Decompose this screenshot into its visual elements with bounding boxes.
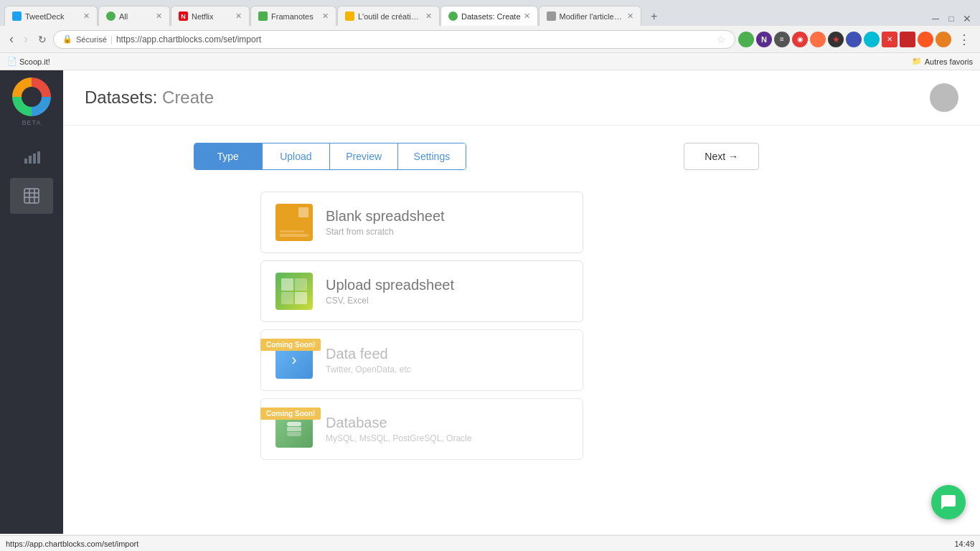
wizard-top-row: Type Upload Preview Settings Next → [85,143,759,170]
tab-preview[interactable]: Preview [330,143,398,169]
tab-close-icon[interactable]: ✕ [235,11,242,21]
tab-datasets[interactable]: Datasets: Create ✕ [440,6,538,26]
tab-loutil[interactable]: L'outil de création d... ✕ [337,6,440,26]
maximize-button[interactable]: □ [944,11,958,26]
svg-rect-4 [24,189,39,203]
page-icon: 📄 [7,57,17,66]
sidebar-item-charts[interactable] [10,139,53,175]
more-menu-button[interactable]: ⋮ [954,30,974,49]
secure-label: Sécurisé [76,35,107,44]
svg-rect-3 [37,151,40,164]
tab-close-icon[interactable]: ✕ [627,11,633,21]
tab-netflix[interactable]: N Netflix ✕ [171,6,250,26]
user-avatar[interactable] [930,83,958,112]
wizard-area: Type Upload Preview Settings Next → [63,126,781,477]
main-content: Datasets: Create Type Upload Preview [63,70,980,534]
tab-type[interactable]: Type [194,143,263,169]
tab-close-icon[interactable]: ✕ [425,11,432,21]
page-title-prefix: Datasets: [85,88,162,107]
ext-icon-1[interactable] [738,32,754,47]
option-upload-spreadsheet[interactable]: Upload spreadsheet CSV, Excel [260,260,583,322]
ext-icon-5[interactable] [810,32,826,47]
ext-icon-9[interactable]: ✕ [882,32,897,47]
ext-icon-11[interactable] [918,32,933,47]
tab-framanotes[interactable]: Framanotes ✕ [250,6,336,26]
option-blank-spreadsheet[interactable]: Blank spreadsheet Start from scratch [260,192,583,253]
status-url: https://app.chartblocks.com/set/import [6,540,138,548]
tab-title: TweetDeck [25,12,80,21]
next-button[interactable]: Next → [684,143,759,170]
page-title: Datasets: Create [85,88,214,108]
tab-upload[interactable]: Upload [263,143,331,169]
svg-rect-0 [24,159,27,164]
tab-title: Modifier l'article « L... [560,12,624,21]
upload-spreadsheet-icon [275,273,313,310]
option-text: Data feed Twitter, OpenData, etc [326,346,411,375]
option-text: Blank spreadsheet Start from scratch [326,208,445,237]
tab-close-icon[interactable]: ✕ [322,11,329,21]
wizard-tabs: Type Upload Preview Settings [194,143,466,170]
chat-button[interactable] [931,485,966,519]
ext-icon-3[interactable]: ≡ [774,32,790,47]
ext-icon-6[interactable]: ★ [828,32,844,47]
chat-icon [940,494,957,511]
ext-icon-4[interactable]: ◉ [792,32,808,47]
svg-rect-11 [287,432,301,436]
folder-icon: 📁 [912,57,922,66]
tab-modifier[interactable]: Modifier l'article « L... ✕ [539,6,641,26]
svg-rect-1 [29,156,32,164]
reload-button[interactable]: ↻ [34,32,50,47]
beta-label: BETA [22,119,42,126]
option-text: Database MySQL, MsSQL, PostGreSQL, Oracl… [326,415,471,443]
nav-bar: ‹ › ↻ 🔒 Sécurisé | https://app.chartbloc… [0,26,980,53]
option-title: Data feed [326,346,411,362]
option-title: Database [326,415,471,431]
option-subtitle: MySQL, MsSQL, PostGreSQL, Oracle [326,433,471,443]
ext-icon-10[interactable] [900,32,915,47]
coming-soon-badge-datafeed: Coming Soon! [260,339,321,351]
new-tab-button[interactable]: + [645,7,664,26]
logo[interactable] [12,77,51,116]
option-data-feed[interactable]: Coming Soon! › Data feed Twitter, OpenDa… [260,329,583,391]
bookmarks-bar: 📄 Scoop.it! 📁 Autres favoris [0,53,980,70]
close-button[interactable]: ✕ [960,11,974,26]
blank-spreadsheet-icon [275,204,313,241]
table-icon [23,187,40,204]
header-row: Datasets: Create [63,70,980,126]
back-button[interactable]: ‹ [6,30,17,48]
minimize-button[interactable]: ─ [928,11,943,26]
sidebar: BETA [0,70,63,534]
tab-close-icon[interactable]: ✕ [524,11,530,21]
status-bar: https://app.chartblocks.com/set/import 1… [0,535,980,551]
tab-settings[interactable]: Settings [398,143,466,169]
taskbar-time: 14:49 [954,540,974,548]
url-text: https://app.chartblocks.com/set/import [116,34,717,44]
bookmark-autres[interactable]: Autres favoris [925,57,973,66]
option-database[interactable]: Coming Soon! Database MySQL, MsSQL, Post… [260,398,583,460]
options-list: Blank spreadsheet Start from scratch [260,192,583,460]
bookmark-scoopit[interactable]: Scoop.it! [19,57,50,66]
tab-title: Datasets: Create [461,12,521,21]
ext-icon-12[interactable] [936,32,951,47]
ext-icon-7[interactable] [846,32,862,47]
ext-icon-8[interactable] [864,32,880,47]
bookmark-star-icon[interactable]: ☆ [717,34,726,45]
sidebar-item-datasets[interactable] [10,178,53,214]
app-layout: BETA Datasets: [0,70,980,534]
svg-rect-2 [33,154,36,164]
tab-all[interactable]: All ✕ [98,6,170,26]
tab-title: Framanotes [271,12,319,21]
tab-close-icon[interactable]: ✕ [83,11,90,21]
ext-icon-2[interactable]: N [756,32,772,47]
address-bar[interactable]: 🔒 Sécurisé | https://app.chartblocks.com… [53,30,735,49]
svg-rect-10 [287,427,301,431]
option-text: Upload spreadsheet CSV, Excel [326,277,454,306]
tab-title: Netflix [192,12,232,21]
option-subtitle: Twitter, OpenData, etc [326,364,411,375]
option-subtitle: Start from scratch [326,227,445,237]
tab-close-icon[interactable]: ✕ [156,11,162,21]
option-subtitle: CSV, Excel [326,296,454,306]
tab-tweetdeck[interactable]: TweetDeck ✕ [4,6,98,26]
browser-chrome: TweetDeck ✕ All ✕ N Netflix ✕ Framanotes… [0,0,980,70]
forward-button[interactable]: › [20,30,32,48]
